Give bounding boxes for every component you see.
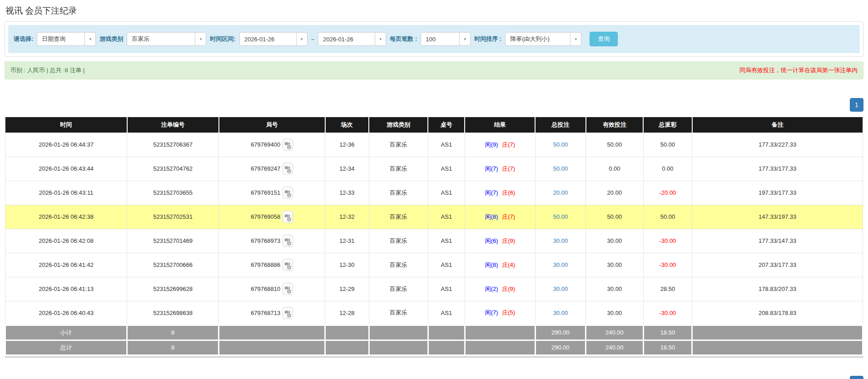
cell-payout: 28.50 (643, 277, 692, 301)
result-player: 闲(8) (485, 213, 498, 220)
cell-session: 12-30 (325, 253, 369, 277)
result-banker: 庄(9) (502, 285, 515, 292)
filter-panel: 请选择: 日期查询 ▼ 游戏类别 百家乐 ▼ 时间区间: 2026-01-26 … (5, 21, 863, 57)
cell-valid-bet: 50.00 (586, 133, 643, 157)
video-replay-button[interactable] (283, 211, 293, 223)
cell-session: 12-34 (325, 157, 369, 181)
video-replay-button[interactable] (283, 283, 293, 295)
cell-round-no: 679768713 (219, 301, 325, 325)
video-replay-button[interactable] (283, 138, 293, 151)
cell-time: 2026-01-26 06:40:43 (5, 301, 127, 325)
grand-total-payout: 18.50 (643, 340, 692, 355)
col-total-bet: 总投注 (535, 117, 585, 133)
result-player: 闲(8) (485, 261, 498, 268)
cell-session: 12-36 (325, 133, 369, 157)
col-payout: 总派彩 (643, 117, 692, 133)
cell-result: 闲(7) 庄(6) (465, 181, 535, 205)
cell-game-type: 百家乐 (369, 229, 428, 253)
total-bet-link[interactable]: 30.00 (553, 310, 568, 316)
cell-table-no: AS1 (428, 157, 465, 181)
cell-table-no: AS1 (428, 181, 465, 205)
total-bet-link[interactable]: 50.00 (553, 165, 568, 172)
pagination-page-button[interactable]: 1 (850, 98, 863, 112)
cell-round-no: 679769058 (219, 205, 325, 229)
cell-total-bet: 30.00 (535, 301, 585, 325)
total-bet-link[interactable]: 30.00 (553, 261, 568, 268)
round-number: 679769400 (251, 141, 280, 148)
cell-payout: -30.00 (643, 301, 692, 325)
col-round-no: 局号 (219, 117, 325, 133)
total-bet-link[interactable]: 50.00 (553, 213, 568, 220)
cell-result: 闲(7) 庄(7) (465, 157, 535, 181)
grand-total-count: 8 (127, 340, 219, 355)
query-type-select[interactable]: 日期查询 ▼ (37, 32, 96, 46)
cell-table-no: AS1 (428, 205, 465, 229)
cell-bet-no: 523152701469 (127, 229, 219, 253)
subtotal-row: 小计 8 290.00 240.00 18.50 (5, 325, 863, 340)
table-row: 2026-01-26 06:44:37 523152706367 6797694… (5, 133, 863, 157)
video-replay-button[interactable] (283, 259, 293, 271)
empty-cell (369, 325, 428, 340)
cell-table-no: AS1 (428, 277, 465, 301)
cell-time: 2026-01-26 06:41:13 (5, 277, 127, 301)
total-bet-link[interactable]: 30.00 (553, 237, 568, 244)
cell-result: 闲(8) 庄(4) (465, 253, 535, 277)
pagination-page-button[interactable]: 1 (850, 376, 863, 379)
bet-records-table: 时间 注单编号 局号 场次 游戏类别 桌号 结果 总投注 有效投注 总派彩 备注… (5, 117, 863, 356)
grand-total-valid-bet: 240.00 (586, 340, 643, 355)
video-replay-button[interactable] (283, 235, 293, 247)
select-type-label: 请选择: (14, 35, 33, 43)
cell-bet-no: 523152704762 (127, 157, 219, 181)
video-replay-button[interactable] (283, 307, 293, 319)
filter-bar: 请选择: 日期查询 ▼ 游戏类别 百家乐 ▼ 时间区间: 2026-01-26 … (8, 25, 860, 53)
table-row: 2026-01-26 06:42:38 523152702531 6797690… (5, 205, 863, 229)
video-file-icon (283, 162, 293, 175)
video-file-icon (283, 259, 293, 271)
game-type-select[interactable]: 百家乐 ▼ (127, 32, 206, 46)
subtotal-payout: 18.50 (643, 325, 692, 340)
result-player: 闲(9) (485, 141, 498, 148)
page-size-select[interactable]: 100 ▼ (421, 32, 471, 46)
chevron-down-icon: ▼ (459, 33, 470, 45)
search-button[interactable]: 查询 (590, 32, 618, 46)
col-bet-no: 注单编号 (127, 117, 219, 133)
total-bet-link[interactable]: 30.00 (553, 285, 568, 292)
cell-session: 12-29 (325, 277, 369, 301)
total-bet-link[interactable]: 20.00 (553, 189, 568, 196)
result-player: 闲(7) (485, 165, 498, 172)
summary-totals-text: 币别 : 人民币 | 总共 :8 注单 | (10, 66, 85, 74)
cell-round-no: 679768886 (219, 253, 325, 277)
video-file-icon (283, 138, 293, 151)
cell-valid-bet: 30.00 (586, 277, 643, 301)
round-number: 679769247 (251, 165, 280, 172)
video-replay-button[interactable] (283, 162, 293, 175)
date-from-select[interactable]: 2026-01-26 ▼ (239, 32, 308, 46)
result-banker: 庄(7) (502, 213, 515, 220)
date-to-select[interactable]: 2026-01-26 ▼ (318, 32, 386, 46)
subtotal-label: 小计 (5, 325, 127, 340)
cell-round-no: 679768810 (219, 277, 325, 301)
cell-valid-bet: 30.00 (586, 229, 643, 253)
cell-result: 闲(9) 庄(7) (465, 133, 535, 157)
cell-bet-no: 523152699628 (127, 277, 219, 301)
date-range-label: 时间区间: (210, 35, 235, 43)
col-valid-bet: 有效投注 (586, 117, 643, 133)
cell-bet-no: 523152702531 (127, 205, 219, 229)
cell-total-bet: 30.00 (535, 253, 585, 277)
cell-session: 12-31 (325, 229, 369, 253)
cell-game-type: 百家乐 (369, 277, 428, 301)
cell-payout: 0.00 (643, 157, 692, 181)
total-bet-link[interactable]: 50.00 (553, 141, 568, 148)
cell-remark: 177.33/147.33 (692, 229, 863, 253)
time-sort-select[interactable]: 降幂(由大到小) ▼ (505, 32, 581, 46)
cell-table-no: AS1 (428, 253, 465, 277)
cell-remark: 197.33/177.33 (692, 181, 863, 205)
result-player: 闲(2) (485, 285, 498, 292)
date-range-separator: ~ (311, 36, 315, 43)
video-replay-button[interactable] (283, 187, 293, 199)
col-session: 场次 (325, 117, 369, 133)
page-size-value: 100 (421, 33, 459, 45)
cell-game-type: 百家乐 (369, 205, 428, 229)
page-title: 视讯 会员下注纪录 (0, 0, 868, 20)
empty-cell (465, 340, 535, 355)
